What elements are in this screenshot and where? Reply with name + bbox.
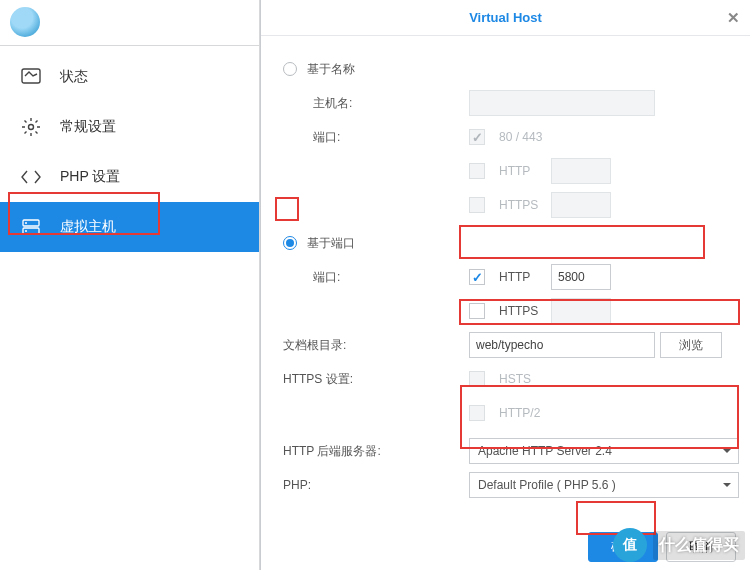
sidebar-item-vhost[interactable]: 虚拟主机 <box>0 202 259 252</box>
https-checkbox-disabled <box>469 197 485 213</box>
sidebar-item-php[interactable]: PHP 设置 <box>0 152 259 202</box>
svg-point-5 <box>25 230 27 232</box>
dialog-title: Virtual Host ✕ <box>261 0 750 36</box>
nav-list: 状态 常规设置 PHP 设置 虚拟主机 <box>0 46 259 252</box>
radio-name-based[interactable]: 基于名称 <box>283 61 469 78</box>
port-label: 端口: <box>283 129 469 146</box>
sidebar: 状态 常规设置 PHP 设置 虚拟主机 <box>0 0 260 570</box>
watermark-badge: 值 <box>613 528 647 562</box>
doc-root-label: 文档根目录: <box>283 337 469 354</box>
sidebar-item-label: PHP 设置 <box>60 168 120 186</box>
sidebar-item-label: 虚拟主机 <box>60 218 116 236</box>
sidebar-item-label: 状态 <box>60 68 88 86</box>
watermark: 值 什么值得买 <box>613 528 745 562</box>
close-icon[interactable]: ✕ <box>727 0 740 36</box>
http2-checkbox <box>469 405 485 421</box>
http-checkbox-disabled <box>469 163 485 179</box>
https-port-input <box>551 298 611 324</box>
hsts-checkbox <box>469 371 485 387</box>
gear-icon <box>20 116 42 138</box>
https-checkbox[interactable] <box>469 303 485 319</box>
status-icon <box>20 66 42 88</box>
backend-select[interactable]: Apache HTTP Server 2.4 <box>469 438 739 464</box>
php-label: PHP: <box>283 478 469 492</box>
default-ports-text: 80 / 443 <box>499 130 542 144</box>
globe-icon <box>10 7 40 37</box>
php-select[interactable]: Default Profile ( PHP 5.6 ) <box>469 472 739 498</box>
sidebar-item-general[interactable]: 常规设置 <box>0 102 259 152</box>
http-port-input[interactable] <box>551 264 611 290</box>
http-port-disabled <box>551 158 611 184</box>
content-area: Virtual Host ✕ 基于名称 主机名: 端口: 80 / 443 <box>260 0 751 570</box>
svg-point-1 <box>29 125 34 130</box>
default-ports-checkbox <box>469 129 485 145</box>
code-icon <box>20 166 42 188</box>
https-port-disabled <box>551 192 611 218</box>
backend-label: HTTP 后端服务器: <box>283 443 469 460</box>
virtual-host-dialog: Virtual Host ✕ 基于名称 主机名: 端口: 80 / 443 <box>260 0 750 570</box>
browse-button[interactable]: 浏览 <box>660 332 722 358</box>
port-label-2: 端口: <box>283 269 469 286</box>
sidebar-item-label: 常规设置 <box>60 118 116 136</box>
app-logo <box>0 0 259 46</box>
svg-point-4 <box>25 222 27 224</box>
radio-port-based[interactable]: 基于端口 <box>283 235 469 252</box>
hostname-label: 主机名: <box>283 95 469 112</box>
sidebar-item-status[interactable]: 状态 <box>0 52 259 102</box>
svg-rect-0 <box>22 69 40 83</box>
watermark-text: 什么值得买 <box>653 531 745 560</box>
http-checkbox[interactable] <box>469 269 485 285</box>
hostname-input <box>469 90 655 116</box>
doc-root-input[interactable] <box>469 332 655 358</box>
https-settings-label: HTTPS 设置: <box>283 371 469 388</box>
server-icon <box>20 216 42 238</box>
